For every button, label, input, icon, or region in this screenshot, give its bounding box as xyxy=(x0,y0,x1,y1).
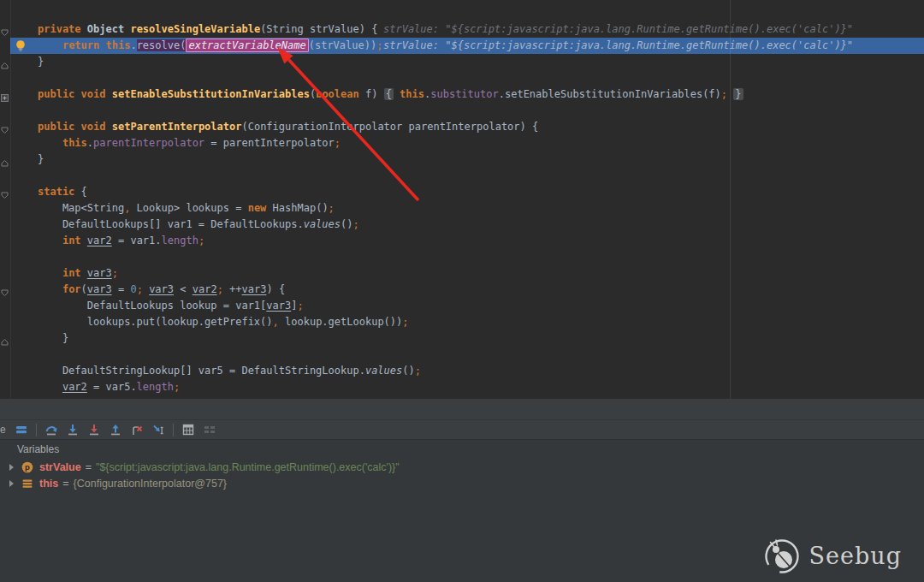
code-text: } xyxy=(38,56,44,68)
code-line[interactable]: } xyxy=(0,330,924,347)
tab-variables[interactable]: Variables xyxy=(0,440,924,459)
step-out-icon[interactable] xyxy=(109,423,122,436)
code-text: this.parentInterpolator = parentInterpol… xyxy=(38,137,341,149)
fold-open-icon[interactable] xyxy=(1,26,9,33)
variable-name: strValue xyxy=(39,461,81,473)
fold-close-icon[interactable] xyxy=(1,335,9,342)
force-step-into-icon[interactable] xyxy=(87,423,101,436)
code-line[interactable] xyxy=(0,70,924,86)
code-line[interactable]: int var2 = var1.length; xyxy=(0,233,924,249)
equals-sign: = xyxy=(86,461,92,473)
code-line[interactable]: var2 = var5.length; xyxy=(0,379,924,395)
code-line[interactable] xyxy=(0,103,924,119)
code-line[interactable]: DefaultLookups lookup = var1[var3]; xyxy=(0,298,924,314)
code-line[interactable]: } xyxy=(0,151,924,168)
code-text: DefaultLookups lookup = var1[var3]; xyxy=(38,300,304,312)
seebug-logo-text: Seebug xyxy=(809,543,902,569)
code-line[interactable]: public void setParentInterpolator(Config… xyxy=(0,119,924,135)
this-icon xyxy=(21,478,33,490)
code-text: DefaultLookups[] var1 = DefaultLookups.v… xyxy=(38,218,359,230)
code-text: DefaultStringLookup[] var5 = DefaultStri… xyxy=(38,365,421,377)
step-into-icon[interactable] xyxy=(66,423,80,436)
code-text: public void setParentInterpolator(Config… xyxy=(38,121,538,133)
code-text: int var3; xyxy=(38,267,118,279)
layout-settings-icon xyxy=(203,423,216,436)
variable-row[interactable]: pstrValue="${script:javascript:java.lang… xyxy=(0,459,924,475)
code-lines: private Object resolveSingleVariable(Str… xyxy=(0,0,924,395)
code-line[interactable]: lookups.put(lookup.getPrefix(), lookup.g… xyxy=(0,314,924,330)
seebug-watermark: Seebug xyxy=(762,535,902,576)
frames-icon[interactable] xyxy=(15,423,28,436)
code-text: var2 = var5.length; xyxy=(38,381,180,393)
drop-frame-icon[interactable] xyxy=(130,423,144,436)
code-line[interactable]: for(var3 = 0; var3 < var2; ++var3) { xyxy=(0,282,924,298)
code-text: } xyxy=(38,332,68,344)
right-margin-guide xyxy=(730,0,731,399)
debug-toolbar: e xyxy=(0,420,924,440)
fold-close-icon[interactable] xyxy=(1,58,9,66)
code-line[interactable]: int var3; xyxy=(0,265,924,282)
gutter-divider xyxy=(10,0,11,399)
code-text: return this.resolve(extractVariableName(… xyxy=(38,39,382,51)
inline-debugger-hint: strValue: "${script:javascript:java.lang… xyxy=(383,21,853,38)
code-line[interactable]: DefaultStringLookup[] var5 = DefaultStri… xyxy=(0,363,924,379)
code-line[interactable] xyxy=(0,347,924,363)
parameter-icon: p xyxy=(21,461,33,473)
toolbar-separator xyxy=(36,424,37,436)
evaluate-expression-icon[interactable] xyxy=(181,423,195,436)
svg-text:p: p xyxy=(25,462,30,472)
variable-value: "${script:javascript:java.lang.Runtime.g… xyxy=(96,461,400,473)
code-text: public void setEnableSubstitutionInVaria… xyxy=(38,88,743,100)
ide-debugger-screenshot: private Object resolveSingleVariable(Str… xyxy=(0,0,924,582)
code-line[interactable]: Map<String, Lookup> lookups = new HashMa… xyxy=(0,200,924,217)
execution-line[interactable]: return this.resolve(extractVariableName(… xyxy=(0,38,924,54)
expand-chevron-icon[interactable] xyxy=(9,464,14,471)
code-text: Map<String, Lookup> lookups = new HashMa… xyxy=(38,202,335,214)
step-over-icon[interactable] xyxy=(44,423,58,436)
code-editor[interactable]: private Object resolveSingleVariable(Str… xyxy=(0,0,924,399)
variable-row[interactable]: this={ConfigurationInterpolator@757} xyxy=(0,475,924,491)
toolbar-separator xyxy=(173,424,174,436)
code-text: lookups.put(lookup.getPrefix(), lookup.g… xyxy=(38,316,409,328)
code-line[interactable]: this.parentInterpolator = parentInterpol… xyxy=(0,135,924,151)
code-line[interactable] xyxy=(0,249,924,265)
code-line[interactable]: public void setEnableSubstitutionInVaria… xyxy=(0,86,924,103)
code-line[interactable]: static { xyxy=(0,184,924,200)
variable-name: this xyxy=(39,478,58,490)
equals-sign: = xyxy=(62,478,68,490)
debug-header-strip xyxy=(0,399,924,420)
code-line[interactable] xyxy=(0,168,924,184)
code-line[interactable]: } xyxy=(0,54,924,70)
intention-bulb-icon[interactable] xyxy=(15,39,27,52)
stepper-buttons xyxy=(15,423,216,436)
fold-plus-icon[interactable] xyxy=(1,91,9,98)
code-text: } xyxy=(38,153,44,165)
fold-open-icon[interactable] xyxy=(1,286,9,294)
fold-open-icon[interactable] xyxy=(1,123,9,131)
code-line[interactable]: private Object resolveSingleVariable(Str… xyxy=(0,21,924,38)
code-text: for(var3 = 0; var3 < var2; ++var3) { xyxy=(38,283,285,295)
code-text: int var2 = var1.length; xyxy=(38,235,204,246)
variable-value: {ConfigurationInterpolator@757} xyxy=(74,478,227,490)
seebug-logo-icon xyxy=(762,535,802,576)
cropped-tab-label: e xyxy=(0,424,7,436)
code-line[interactable]: DefaultLookups[] var1 = DefaultLookups.v… xyxy=(0,217,924,233)
code-text: private Object resolveSingleVariable(Str… xyxy=(38,23,377,35)
inline-debugger-hint: strValue: "${script:javascript:java.lang… xyxy=(383,38,853,54)
expand-chevron-icon[interactable] xyxy=(9,480,14,487)
fold-close-icon[interactable] xyxy=(1,156,9,163)
code-text: static { xyxy=(38,186,87,198)
fold-open-icon[interactable] xyxy=(1,188,9,196)
variables-list: pstrValue="${script:javascript:java.lang… xyxy=(0,459,924,491)
run-to-cursor-icon[interactable] xyxy=(151,423,165,436)
